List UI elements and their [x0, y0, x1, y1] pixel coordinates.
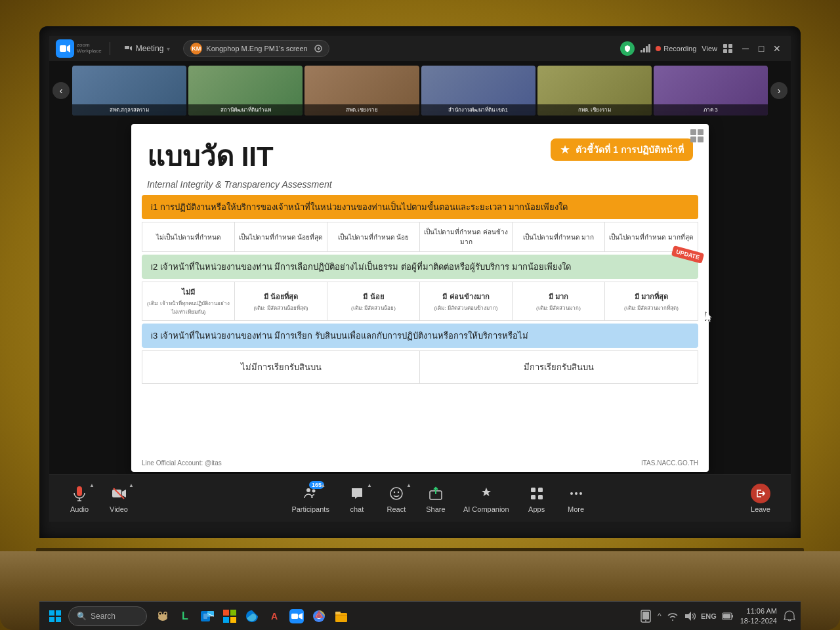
svg-point-21 [398, 492, 399, 493]
taskbar-app-apps-icon[interactable] [219, 606, 240, 627]
zoom-titlebar: zoom Workplace Meeting ▾ KM Kongphop M.E… [49, 36, 791, 61]
zoom-logo: zoom Workplace [56, 39, 102, 58]
svg-rect-33 [56, 617, 61, 622]
taskbar-app-edge[interactable] [242, 606, 262, 627]
signal-icon [640, 43, 650, 54]
more-button[interactable]: More [556, 480, 596, 517]
svg-point-29 [579, 492, 582, 495]
lang-indicator[interactable]: ENG [701, 612, 717, 620]
chat-label: chat [350, 505, 364, 513]
video-thumb-3: สพด.เชยงราย [304, 66, 419, 116]
video-label: Video [110, 505, 128, 513]
taskbar-apps: L A [152, 606, 352, 627]
thumb-label-6: ภาค 3 [654, 104, 768, 116]
slide-footer: Line Official Account: @itas ITAS.NACC.G… [142, 459, 698, 467]
wifi-icon[interactable] [667, 610, 679, 622]
notification-icon[interactable] [784, 610, 795, 622]
main-area: แบบวัด IIT Internal Integrity & Transpar… [49, 120, 791, 476]
taskbar-clock[interactable]: 11:06 AM 18-12-2024 [738, 606, 780, 625]
minimize-button[interactable]: ─ [738, 41, 753, 56]
i2-main-1: มี น้อยที่สุด [254, 291, 308, 303]
thumb-label-3: สพด.เชยงราย [304, 104, 419, 116]
svg-rect-62 [732, 615, 733, 618]
i3-yes: มีการเรียกรับสินบน [420, 351, 698, 383]
apps-button[interactable]: Apps [517, 480, 556, 517]
km-avatar: KM [190, 43, 202, 54]
participants-button[interactable]: 165 ▲ Participants [284, 480, 337, 517]
chat-button[interactable]: ▲ chat [337, 480, 377, 517]
participants-label: Participants [291, 505, 329, 513]
more-label: More [568, 505, 584, 513]
taskbar-app-outlook[interactable] [197, 606, 218, 627]
video-thumb-1: สพด.สกุลรสคราม [72, 66, 186, 116]
svg-point-58 [645, 620, 646, 621]
video-strip: ‹ สพด.สกุลรสคราม สถานีพัฒนาที่ดินกำแพ สพ… [49, 61, 791, 120]
chat-icon: ▲ [347, 484, 367, 503]
share-button[interactable]: Share [416, 480, 455, 517]
svg-rect-10 [728, 49, 732, 53]
tablet-mode-icon[interactable] [639, 610, 652, 623]
svg-rect-40 [203, 614, 207, 619]
volume-icon[interactable] [684, 610, 696, 622]
window-controls: ─ □ ✕ [738, 41, 784, 56]
close-button[interactable]: ✕ [770, 41, 784, 56]
windows-start-button[interactable] [45, 606, 66, 627]
audio-button[interactable]: ▲ Audio [60, 480, 99, 517]
svg-rect-3 [640, 50, 642, 52]
security-icon[interactable] [620, 41, 635, 56]
i1-option-3: เป็นไปตามที่กำหนด ค่อนข้างมาก [420, 222, 513, 251]
i2-options: ไม่มี (เติม: เจ้าหน้าที่ทุกคนปฏิบัติงานอ… [142, 282, 698, 321]
i1-question: i1 การปฏิบัติงานหรือให้บริการของเจ้าหน้า… [142, 195, 698, 219]
maximize-button[interactable]: □ [754, 41, 768, 56]
screen-share-pill[interactable]: KM Kongphop M.Eng PM1's screen [183, 40, 329, 57]
zoom-icon [56, 39, 74, 58]
view-button[interactable]: View [702, 45, 717, 52]
i3-question: i3 เจ้าหน้าที่ในหน่วยงานของท่าน มีการเรี… [142, 324, 698, 348]
chevron-icon[interactable]: ^ [658, 611, 662, 621]
taskbar-app-zoom[interactable] [286, 606, 307, 627]
meeting-button[interactable]: Meeting ▾ [118, 42, 176, 55]
system-icons: ^ ENG [639, 610, 734, 623]
video-thumb-5: กพด. เชียงราม [537, 66, 652, 116]
recording-badge: Recording [656, 45, 696, 52]
svg-point-18 [312, 490, 316, 493]
taskbar-app-chrome[interactable] [308, 606, 329, 627]
taskbar-search-box[interactable]: 🔍 Search [68, 606, 147, 626]
i2-main-3: มี ค่อนข้างมาก [434, 291, 498, 303]
video-thumb-6: ภาค 3 [654, 66, 768, 116]
i2-main-0: ไม่มี [145, 286, 232, 298]
i2-option-4: มี มาก (เติม: มีสัดส่วนมาก) [513, 282, 605, 320]
i2-sub-0: (เติม: เจ้าหน้าที่ทุกคนปฏิบัติงานอย่างไม… [145, 299, 232, 316]
apps-label: Apps [528, 505, 545, 513]
leave-button[interactable]: Leave [741, 480, 780, 517]
svg-rect-55 [335, 612, 341, 614]
next-arrow[interactable]: › [770, 82, 788, 99]
react-icon: ▲ [387, 484, 406, 503]
react-button[interactable]: ▲ React [377, 480, 416, 517]
svg-point-20 [394, 492, 395, 493]
i2-option-3: มี ค่อนข้างมาก (เติม: มีสัดส่วนค่อนข้างม… [420, 282, 513, 320]
svg-rect-32 [49, 617, 54, 622]
footer-right: ITAS.NACC.GO.TH [641, 459, 698, 467]
svg-rect-24 [538, 488, 543, 492]
taskbar-app-l[interactable]: L [175, 606, 196, 627]
video-icon: ▲ [109, 484, 129, 503]
svg-rect-6 [648, 44, 650, 52]
svg-point-38 [165, 612, 167, 614]
svg-marker-1 [67, 45, 70, 52]
taskbar-app-animal[interactable] [152, 606, 173, 627]
taskbar-app-acrobat[interactable]: A [264, 606, 285, 627]
i1-option-2: เป็นไปตามที่กำหนด น้อย [327, 222, 420, 251]
video-button[interactable]: ▲ Video [99, 480, 138, 517]
svg-rect-8 [728, 44, 732, 48]
prev-arrow[interactable]: ‹ [52, 82, 70, 99]
taskbar-app-files[interactable] [331, 606, 352, 627]
ai-companion-button[interactable]: AI Companion [455, 480, 517, 517]
i2-sub-5: (เติม: มีสัดส่วนมากที่สุด) [624, 304, 679, 312]
footer-left: Line Official Account: @itas [142, 459, 222, 467]
battery-icon[interactable] [722, 610, 734, 622]
laptop-screen: zoom Workplace Meeting ▾ KM Kongphop M.E… [49, 36, 791, 522]
grid-icon[interactable] [690, 129, 704, 142]
video-thumb-4: สำนักงานพัฒนาที่ดิน เขต1 [421, 66, 536, 116]
svg-marker-11 [705, 312, 712, 322]
